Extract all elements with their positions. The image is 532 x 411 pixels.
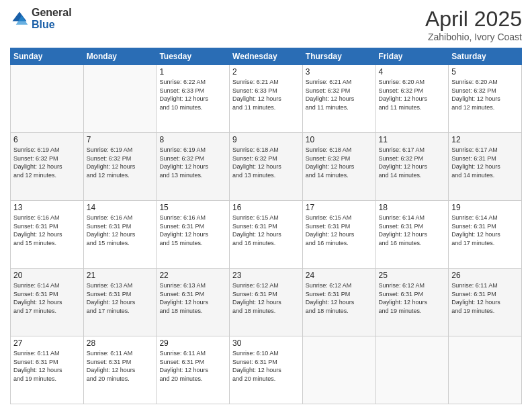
day-number: 11 [379,135,446,144]
calendar-cell: 6Sunrise: 6:19 AM Sunset: 6:32 PM Daylig… [11,133,84,201]
day-number: 16 [232,203,300,212]
day-info: Sunrise: 6:19 AM Sunset: 6:32 PM Dayligh… [87,146,154,179]
day-info: Sunrise: 6:15 AM Sunset: 6:31 PM Dayligh… [306,214,373,247]
col-tuesday: Tuesday [157,48,230,65]
calendar-cell: 25Sunrise: 6:12 AM Sunset: 6:31 PM Dayli… [375,269,449,336]
calendar-week-5: 27Sunrise: 6:11 AM Sunset: 6:31 PM Dayli… [11,336,522,404]
day-info: Sunrise: 6:12 AM Sunset: 6:31 PM Dayligh… [379,281,446,315]
logo-blue: Blue [32,19,72,31]
calendar-cell: 4Sunrise: 6:20 AM Sunset: 6:32 PM Daylig… [375,65,449,133]
day-info: Sunrise: 6:12 AM Sunset: 6:31 PM Dayligh… [232,281,300,315]
day-info: Sunrise: 6:11 AM Sunset: 6:31 PM Dayligh… [451,281,519,315]
day-info: Sunrise: 6:11 AM Sunset: 6:31 PM Dayligh… [159,349,226,383]
day-info: Sunrise: 6:21 AM Sunset: 6:32 PM Dayligh… [306,78,373,111]
day-number: 12 [451,135,519,144]
day-info: Sunrise: 6:16 AM Sunset: 6:31 PM Dayligh… [87,214,154,247]
calendar-cell: 9Sunrise: 6:18 AM Sunset: 6:32 PM Daylig… [230,133,303,201]
day-number: 13 [13,203,81,212]
calendar-cell: 13Sunrise: 6:16 AM Sunset: 6:31 PM Dayli… [11,201,84,269]
calendar-cell [302,336,375,404]
day-info: Sunrise: 6:18 AM Sunset: 6:32 PM Dayligh… [306,146,373,179]
day-number: 14 [87,203,154,212]
day-number: 9 [232,135,300,144]
col-wednesday: Wednesday [230,48,303,65]
day-info: Sunrise: 6:17 AM Sunset: 6:31 PM Dayligh… [451,146,519,179]
calendar-cell [83,65,157,133]
calendar-cell [449,336,522,404]
calendar-cell: 11Sunrise: 6:17 AM Sunset: 6:32 PM Dayli… [375,133,449,201]
day-info: Sunrise: 6:19 AM Sunset: 6:32 PM Dayligh… [159,146,226,179]
calendar-cell: 1Sunrise: 6:22 AM Sunset: 6:33 PM Daylig… [157,65,230,133]
header-row: Sunday Monday Tuesday Wednesday Thursday… [11,48,522,65]
col-thursday: Thursday [302,48,375,65]
calendar-subtitle: Zahibohio, Ivory Coast [425,32,522,42]
calendar-cell: 5Sunrise: 6:20 AM Sunset: 6:32 PM Daylig… [449,65,522,133]
day-info: Sunrise: 6:13 AM Sunset: 6:31 PM Dayligh… [159,281,226,315]
calendar-cell: 10Sunrise: 6:18 AM Sunset: 6:32 PM Dayli… [302,133,375,201]
day-info: Sunrise: 6:20 AM Sunset: 6:32 PM Dayligh… [451,78,519,111]
page: General Blue April 2025 Zahibohio, Ivory… [0,0,532,411]
day-number: 1 [159,67,226,77]
col-saturday: Saturday [449,48,522,65]
calendar-cell: 21Sunrise: 6:13 AM Sunset: 6:31 PM Dayli… [83,269,157,336]
day-number: 8 [159,135,226,144]
calendar-cell: 20Sunrise: 6:14 AM Sunset: 6:31 PM Dayli… [11,269,84,336]
day-number: 15 [159,203,226,212]
day-info: Sunrise: 6:20 AM Sunset: 6:32 PM Dayligh… [379,78,446,111]
calendar-cell: 2Sunrise: 6:21 AM Sunset: 6:33 PM Daylig… [230,65,303,133]
day-info: Sunrise: 6:17 AM Sunset: 6:32 PM Dayligh… [379,146,446,179]
header: General Blue April 2025 Zahibohio, Ivory… [10,7,522,42]
calendar-week-2: 6Sunrise: 6:19 AM Sunset: 6:32 PM Daylig… [11,133,522,201]
day-info: Sunrise: 6:14 AM Sunset: 6:31 PM Dayligh… [451,214,519,247]
calendar-cell: 17Sunrise: 6:15 AM Sunset: 6:31 PM Dayli… [302,201,375,269]
day-number: 5 [451,67,519,77]
calendar-cell: 15Sunrise: 6:16 AM Sunset: 6:31 PM Dayli… [157,201,230,269]
day-info: Sunrise: 6:14 AM Sunset: 6:31 PM Dayligh… [13,281,81,315]
day-number: 21 [87,271,154,280]
day-info: Sunrise: 6:22 AM Sunset: 6:33 PM Dayligh… [159,78,226,111]
day-info: Sunrise: 6:10 AM Sunset: 6:31 PM Dayligh… [232,349,300,383]
col-sunday: Sunday [11,48,84,65]
calendar-title: April 2025 [425,7,522,32]
day-number: 28 [87,338,154,348]
calendar-cell: 18Sunrise: 6:14 AM Sunset: 6:31 PM Dayli… [375,201,449,269]
col-monday: Monday [83,48,157,65]
calendar-week-3: 13Sunrise: 6:16 AM Sunset: 6:31 PM Dayli… [11,201,522,269]
calendar-week-4: 20Sunrise: 6:14 AM Sunset: 6:31 PM Dayli… [11,269,522,336]
col-friday: Friday [375,48,449,65]
day-number: 2 [232,67,300,77]
day-info: Sunrise: 6:15 AM Sunset: 6:31 PM Dayligh… [232,214,300,247]
day-number: 23 [232,271,300,280]
calendar-cell [375,336,449,404]
calendar-cell: 7Sunrise: 6:19 AM Sunset: 6:32 PM Daylig… [83,133,157,201]
day-number: 24 [306,271,373,280]
logo: General Blue [10,7,72,30]
calendar-cell: 27Sunrise: 6:11 AM Sunset: 6:31 PM Dayli… [11,336,84,404]
calendar-cell: 28Sunrise: 6:11 AM Sunset: 6:31 PM Dayli… [83,336,157,404]
day-number: 26 [451,271,519,280]
day-info: Sunrise: 6:19 AM Sunset: 6:32 PM Dayligh… [13,146,81,179]
calendar-cell: 3Sunrise: 6:21 AM Sunset: 6:32 PM Daylig… [302,65,375,133]
day-number: 25 [379,271,446,280]
day-info: Sunrise: 6:11 AM Sunset: 6:31 PM Dayligh… [87,349,154,383]
calendar-cell: 24Sunrise: 6:12 AM Sunset: 6:31 PM Dayli… [302,269,375,336]
logo-icon [10,9,29,28]
day-number: 30 [232,338,300,348]
calendar-table: Sunday Monday Tuesday Wednesday Thursday… [10,48,522,404]
calendar-cell: 22Sunrise: 6:13 AM Sunset: 6:31 PM Dayli… [157,269,230,336]
day-number: 7 [87,135,154,144]
calendar-cell: 12Sunrise: 6:17 AM Sunset: 6:31 PM Dayli… [449,133,522,201]
logo-general: General [32,7,72,19]
calendar-cell: 16Sunrise: 6:15 AM Sunset: 6:31 PM Dayli… [230,201,303,269]
calendar-cell: 8Sunrise: 6:19 AM Sunset: 6:32 PM Daylig… [157,133,230,201]
calendar-cell: 19Sunrise: 6:14 AM Sunset: 6:31 PM Dayli… [449,201,522,269]
logo-text: General Blue [32,7,72,30]
day-number: 10 [306,135,373,144]
calendar-week-1: 1Sunrise: 6:22 AM Sunset: 6:33 PM Daylig… [11,65,522,133]
day-number: 20 [13,271,81,280]
day-number: 29 [159,338,226,348]
day-number: 19 [451,203,519,212]
day-number: 18 [379,203,446,212]
calendar-cell: 14Sunrise: 6:16 AM Sunset: 6:31 PM Dayli… [83,201,157,269]
day-info: Sunrise: 6:21 AM Sunset: 6:33 PM Dayligh… [232,78,300,111]
